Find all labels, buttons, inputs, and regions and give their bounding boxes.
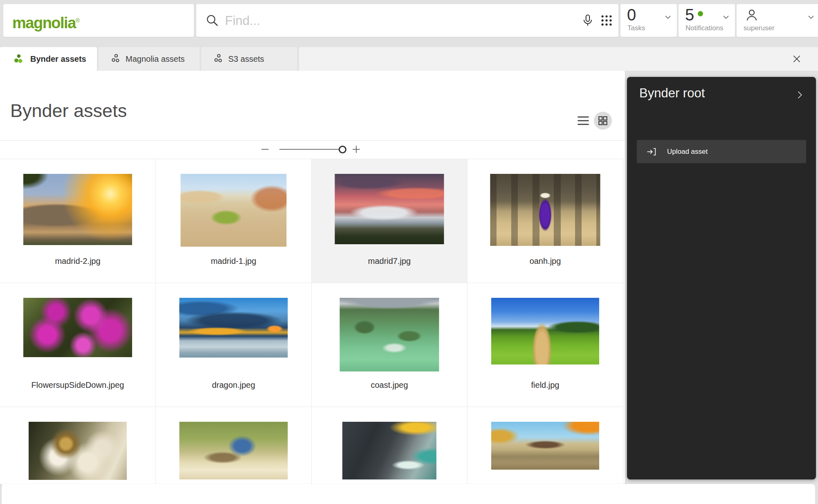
tab-bynder-assets[interactable]: Bynder assets [0, 47, 97, 71]
search-bar [196, 4, 618, 37]
asset-label: madrid7.jpg [312, 256, 467, 266]
asset-label: madrid-2.jpg [0, 256, 155, 266]
tab-label: Magnolia assets [126, 47, 185, 71]
asset-card[interactable] [0, 407, 156, 485]
zoom-in-icon[interactable] [351, 144, 362, 155]
asset-card[interactable] [467, 407, 623, 485]
asset-card[interactable]: dragon.jpeg [156, 283, 312, 407]
tab-strip [299, 47, 818, 71]
bynder-dots-icon [14, 54, 25, 64]
tab-magnolia-assets[interactable]: Magnolia assets [99, 47, 200, 71]
apps-grid-icon[interactable] [600, 14, 614, 27]
asset-card[interactable]: oanh.jpg [467, 159, 623, 283]
notification-dot [698, 11, 703, 16]
tasks-dropdown[interactable]: 0 Tasks [620, 4, 677, 37]
asset-label: FlowersupSideDown.jpeg [0, 380, 155, 390]
page-title: Bynder assets [10, 100, 127, 122]
asset-thumbnail [340, 298, 439, 371]
thumbnail-size-slider[interactable] [279, 149, 345, 150]
asset-thumbnail [491, 422, 599, 470]
notifications-count: 5 [685, 6, 694, 24]
tasks-count: 0 [627, 6, 636, 24]
chevron-right-icon[interactable] [794, 89, 805, 101]
grid-view-icon[interactable] [594, 112, 612, 130]
asset-label: madrid-1.jpg [156, 256, 311, 266]
user-menu[interactable]: superuser [737, 4, 818, 37]
asset-thumbnail [180, 422, 288, 479]
search-input[interactable] [224, 4, 561, 38]
notifications-dropdown[interactable]: 5 Notifications [679, 4, 735, 37]
asset-thumbnail [23, 298, 132, 357]
assets-dots-icon [111, 54, 121, 64]
import-arrow-icon [646, 146, 657, 158]
asset-card[interactable]: coast.jpeg [312, 283, 467, 407]
asset-card[interactable]: madrid7.jpg [312, 159, 467, 283]
app-window: magnolia® 0 Tasks 5 Notifications [0, 0, 818, 504]
notifications-label: Notifications [685, 24, 724, 32]
search-icon [205, 14, 219, 27]
asset-label: dragon.jpeg [156, 380, 311, 390]
tab-label: Bynder assets [30, 47, 86, 71]
list-view-icon[interactable] [576, 113, 591, 128]
asset-thumbnail [181, 174, 287, 247]
asset-card[interactable]: madrid-1.jpg [156, 159, 312, 283]
chevron-down-icon [721, 12, 731, 22]
user-icon [744, 7, 760, 23]
asset-label: oanh.jpg [467, 256, 623, 266]
user-label: superuser [744, 24, 775, 32]
assets-dots-icon [213, 54, 224, 64]
registered-mark: ® [76, 17, 80, 24]
asset-card[interactable] [156, 407, 312, 485]
asset-thumbnail [490, 174, 600, 246]
magnolia-logo[interactable]: magnolia® [12, 4, 80, 39]
asset-thumbnail [335, 174, 444, 244]
footer-bar [2, 484, 815, 504]
zoom-out-icon[interactable] [260, 144, 270, 155]
asset-card[interactable]: field.jpg [467, 283, 623, 407]
asset-label: coast.jpeg [312, 380, 467, 390]
microphone-icon[interactable] [581, 14, 595, 27]
asset-thumbnail [342, 422, 436, 479]
tab-s3-assets[interactable]: S3 assets [201, 47, 297, 71]
content-area: Bynder assets madrid-2.jpg madrid-1.jpg … [0, 71, 625, 485]
slider-handle[interactable] [339, 146, 346, 153]
divider [0, 140, 625, 141]
action-panel: Bynder root Upload asset [627, 77, 816, 479]
chevron-down-icon [806, 12, 816, 22]
asset-thumbnail [491, 298, 599, 364]
logo-card: magnolia® [3, 4, 194, 37]
upload-asset-label: Upload asset [667, 140, 708, 163]
close-icon[interactable] [791, 54, 802, 64]
tab-label: S3 assets [228, 47, 264, 71]
upload-asset-button[interactable]: Upload asset [637, 140, 806, 163]
asset-thumbnail [23, 174, 132, 245]
asset-card[interactable] [312, 407, 467, 485]
chevron-down-icon [663, 12, 673, 22]
asset-label: field.jpg [467, 380, 623, 390]
asset-grid: madrid-2.jpg madrid-1.jpg madrid7.jpg oa… [0, 159, 625, 485]
asset-thumbnail [180, 298, 288, 358]
asset-thumbnail [29, 422, 127, 480]
asset-card[interactable]: FlowersupSideDown.jpeg [0, 283, 156, 407]
asset-card[interactable]: madrid-2.jpg [0, 159, 156, 283]
tasks-label: Tasks [627, 24, 645, 32]
panel-title: Bynder root [639, 86, 705, 101]
